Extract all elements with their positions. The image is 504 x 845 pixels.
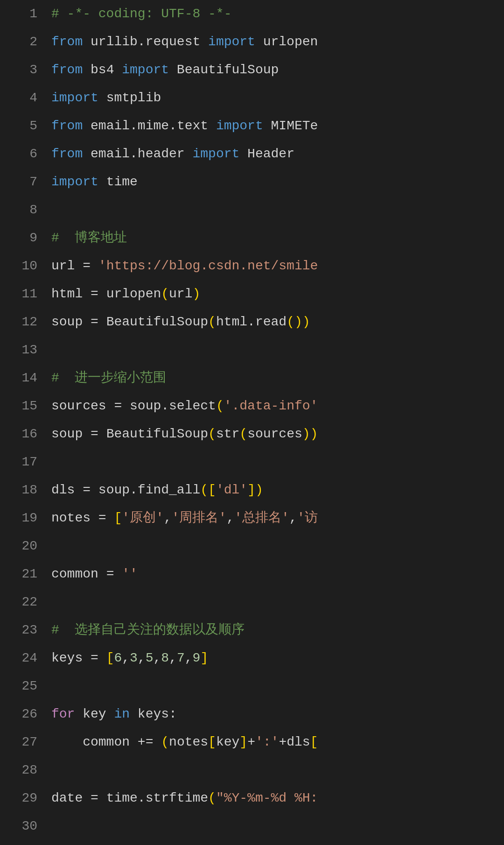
code-editor: 1234567891011121314151617181920212223242… [0,0,504,845]
token-paren: ( [239,427,247,441]
token-plain: dls [51,483,83,497]
token-dot: . [138,791,146,805]
token-plain: common [51,735,138,749]
token-plain: text [177,119,216,133]
token-string: 'https://blog.csdn.net/smile [98,259,318,273]
token-plain: time [98,791,138,805]
code-line: # 选择自己关注的数据以及顺序 [51,616,504,644]
token-paren: ( [161,735,169,749]
token-plain: , [185,651,193,665]
token-paren: ) [302,315,310,329]
token-kw-from: from [51,119,83,133]
code-line: sources = soup.select('.data-info' [51,392,504,420]
line-number: 2 [0,28,37,56]
token-dot: . [130,119,138,133]
token-plain: sources [51,399,114,413]
token-plain: keys [51,651,91,665]
token-string: ':' [255,735,279,749]
token-bracket: [ [106,651,114,665]
token-kw-import: import [51,91,98,105]
line-number: 9 [0,224,37,252]
token-plain: select [169,399,216,413]
token-plain [98,651,106,665]
line-number: 12 [0,308,37,336]
token-plain: time [98,175,138,189]
line-number: 13 [0,336,37,364]
token-comment: # -*- coding: UTF-8 -*- [51,7,231,21]
token-kw-from: from [51,147,83,161]
token-plain [153,735,161,749]
line-number: 27 [0,728,37,756]
token-paren: ( [208,315,216,329]
token-paren: ( [287,315,294,329]
token-plain: mime [138,119,169,133]
line-number: 1 [0,0,37,28]
line-number: 15 [0,392,37,420]
code-line: keys = [6,3,5,8,7,9] [51,644,504,672]
line-number: 23 [0,616,37,644]
token-bracket: [ [208,735,216,749]
token-string: "%Y-%m-%d %H: [216,791,318,805]
token-paren: ( [200,483,208,497]
token-paren: ) [310,427,318,441]
token-paren: ( [216,399,224,413]
token-plain: key [75,707,114,721]
token-kw-for: for [51,707,75,721]
token-paren: ) [294,315,302,329]
token-kw-import: import [208,35,255,49]
token-plain: BeautifulSoup [98,315,208,329]
token-op-eq: = [114,399,122,413]
token-plain: date [51,791,91,805]
token-string: '周排名' [172,511,227,525]
token-plain [114,567,122,581]
token-op-eq: = [91,651,98,665]
token-plain: urlopen [255,35,318,49]
line-number: 3 [0,56,37,84]
token-paren: ( [208,427,216,441]
line-number: 14 [0,364,37,392]
token-op-eq: = [91,427,98,441]
token-plain: BeautifulSoup [98,427,208,441]
token-string: '总排名' [234,511,289,525]
token-kw-in: in [114,707,130,721]
code-line [51,672,504,700]
token-dot: . [130,483,138,497]
token-paren: ) [192,287,200,301]
token-plain: BeautifulSoup [169,63,279,77]
token-plain: , [122,651,130,665]
token-comment: # 进一步缩小范围 [51,371,166,385]
line-number: 30 [0,812,37,840]
token-plain: urllib [83,35,138,49]
code-line: url = 'https://blog.csdn.net/smile [51,252,504,280]
token-kw-import: import [51,175,98,189]
code-line: dls = soup.find_all(['dl']) [51,476,504,504]
code-content: # -*- coding: UTF-8 -*-from urllib.reque… [47,0,504,845]
token-string: '.data-info' [224,399,318,413]
token-paren: ( [208,791,216,805]
line-number: 6 [0,140,37,168]
token-op-plus: + [247,735,255,749]
token-bracket: ] [247,483,255,497]
token-paren: ) [302,427,310,441]
token-plain: request [146,35,208,49]
code-line: common += (notes[key]+':'+dls[ [51,728,504,756]
line-number: 16 [0,420,37,448]
code-line: from bs4 import BeautifulSoup [51,56,504,84]
line-number: 18 [0,476,37,504]
token-plain: common [51,567,106,581]
code-line: date = time.strftime("%Y-%m-%d %H: [51,784,504,812]
code-line [51,588,504,616]
code-line [51,196,504,224]
token-list-num: 9 [193,651,201,665]
token-op-eq: = [91,791,98,805]
token-op-plus: += [138,735,154,749]
token-plain: smtplib [98,91,161,105]
token-plain: url [51,259,83,273]
token-plain: header [138,147,193,161]
line-number: 19 [0,504,37,532]
token-list-num: 7 [177,651,185,665]
token-plain: str [216,427,239,441]
token-plain: email [83,119,130,133]
line-number: 10 [0,252,37,280]
token-list-num: 3 [130,651,138,665]
